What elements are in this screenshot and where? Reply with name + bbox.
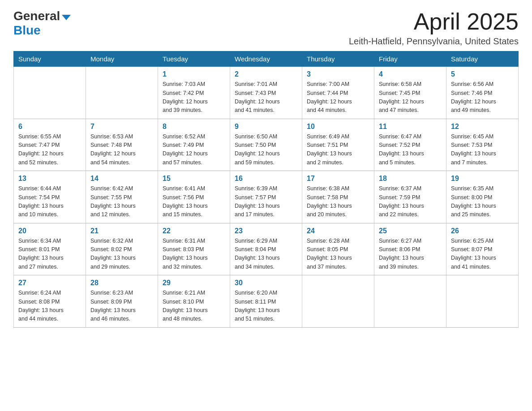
day-number: 10 (307, 123, 369, 131)
day-info: Sunrise: 6:53 AM Sunset: 7:48 PM Dayligh… (90, 133, 153, 167)
day-info: Sunrise: 6:24 AM Sunset: 8:08 PM Dayligh… (18, 289, 81, 324)
calendar-cell: 8Sunrise: 6:52 AM Sunset: 7:49 PM Daylig… (158, 119, 230, 171)
calendar-cell: 23Sunrise: 6:29 AM Sunset: 8:04 PM Dayli… (230, 223, 302, 275)
weekday-header-monday: Monday (86, 51, 158, 67)
day-number: 13 (18, 175, 81, 183)
day-info: Sunrise: 7:01 AM Sunset: 7:43 PM Dayligh… (235, 80, 297, 115)
calendar-cell: 6Sunrise: 6:55 AM Sunset: 7:47 PM Daylig… (14, 119, 86, 171)
day-number: 22 (163, 227, 225, 235)
day-number: 15 (163, 175, 225, 183)
day-info: Sunrise: 7:00 AM Sunset: 7:44 PM Dayligh… (307, 80, 369, 115)
calendar-cell: 1Sunrise: 7:03 AM Sunset: 7:42 PM Daylig… (158, 67, 230, 119)
day-info: Sunrise: 6:25 AM Sunset: 8:07 PM Dayligh… (451, 237, 514, 272)
calendar-cell: 3Sunrise: 7:00 AM Sunset: 7:44 PM Daylig… (302, 67, 374, 119)
logo-arrow-icon (62, 15, 71, 20)
day-number: 11 (379, 123, 442, 131)
calendar-week-row: 13Sunrise: 6:44 AM Sunset: 7:54 PM Dayli… (14, 171, 519, 223)
day-info: Sunrise: 6:49 AM Sunset: 7:51 PM Dayligh… (307, 133, 369, 167)
calendar-cell: 25Sunrise: 6:27 AM Sunset: 8:06 PM Dayli… (374, 223, 446, 275)
day-number: 21 (90, 227, 153, 235)
calendar-cell: 30Sunrise: 6:20 AM Sunset: 8:11 PM Dayli… (230, 275, 302, 328)
day-number: 29 (163, 279, 225, 287)
day-info: Sunrise: 6:21 AM Sunset: 8:10 PM Dayligh… (163, 289, 225, 324)
calendar-cell (14, 67, 86, 119)
day-info: Sunrise: 6:29 AM Sunset: 8:04 PM Dayligh… (235, 237, 297, 272)
calendar-cell: 12Sunrise: 6:45 AM Sunset: 7:53 PM Dayli… (446, 119, 519, 171)
weekday-header-saturday: Saturday (446, 51, 519, 67)
calendar-cell: 7Sunrise: 6:53 AM Sunset: 7:48 PM Daylig… (86, 119, 158, 171)
calendar-cell: 11Sunrise: 6:47 AM Sunset: 7:52 PM Dayli… (374, 119, 446, 171)
day-number: 19 (451, 175, 514, 183)
day-number: 2 (235, 70, 297, 78)
calendar-cell: 16Sunrise: 6:39 AM Sunset: 7:57 PM Dayli… (230, 171, 302, 223)
calendar-week-row: 6Sunrise: 6:55 AM Sunset: 7:47 PM Daylig… (14, 119, 519, 171)
day-number: 28 (90, 279, 153, 287)
day-info: Sunrise: 6:55 AM Sunset: 7:47 PM Dayligh… (18, 133, 81, 167)
day-number: 24 (307, 227, 369, 235)
day-info: Sunrise: 6:23 AM Sunset: 8:09 PM Dayligh… (90, 289, 153, 324)
day-number: 6 (18, 123, 81, 131)
day-info: Sunrise: 6:27 AM Sunset: 8:06 PM Dayligh… (379, 237, 442, 272)
day-info: Sunrise: 6:56 AM Sunset: 7:46 PM Dayligh… (451, 80, 514, 115)
calendar-cell (86, 67, 158, 119)
logo-blue-text: Blue (13, 23, 41, 37)
calendar-week-row: 1Sunrise: 7:03 AM Sunset: 7:42 PM Daylig… (14, 67, 519, 119)
calendar-cell: 21Sunrise: 6:32 AM Sunset: 8:02 PM Dayli… (86, 223, 158, 275)
day-number: 16 (235, 175, 297, 183)
day-number: 14 (90, 175, 153, 183)
day-number: 8 (163, 123, 225, 131)
day-info: Sunrise: 6:20 AM Sunset: 8:11 PM Dayligh… (235, 289, 297, 324)
day-number: 9 (235, 123, 297, 131)
weekday-header-wednesday: Wednesday (230, 51, 302, 67)
day-info: Sunrise: 6:35 AM Sunset: 8:00 PM Dayligh… (451, 184, 514, 219)
calendar-cell: 5Sunrise: 6:56 AM Sunset: 7:46 PM Daylig… (446, 67, 519, 119)
calendar-cell: 19Sunrise: 6:35 AM Sunset: 8:00 PM Dayli… (446, 171, 519, 223)
calendar-cell: 10Sunrise: 6:49 AM Sunset: 7:51 PM Dayli… (302, 119, 374, 171)
day-info: Sunrise: 6:45 AM Sunset: 7:53 PM Dayligh… (451, 133, 514, 167)
weekday-header-sunday: Sunday (14, 51, 86, 67)
day-info: Sunrise: 6:50 AM Sunset: 7:50 PM Dayligh… (235, 133, 297, 167)
calendar-cell (374, 275, 446, 328)
calendar-cell: 18Sunrise: 6:37 AM Sunset: 7:59 PM Dayli… (374, 171, 446, 223)
calendar-cell: 14Sunrise: 6:42 AM Sunset: 7:55 PM Dayli… (86, 171, 158, 223)
location-title: Leith-Hatfield, Pennsylvania, United Sta… (349, 36, 519, 47)
day-number: 17 (307, 175, 369, 183)
month-title: April 2025 (349, 9, 519, 34)
calendar-header-row: SundayMondayTuesdayWednesdayThursdayFrid… (14, 51, 519, 67)
weekday-header-friday: Friday (374, 51, 446, 67)
day-number: 25 (379, 227, 442, 235)
day-info: Sunrise: 6:34 AM Sunset: 8:01 PM Dayligh… (18, 237, 81, 272)
calendar-cell: 4Sunrise: 6:58 AM Sunset: 7:45 PM Daylig… (374, 67, 446, 119)
title-section: April 2025 Leith-Hatfield, Pennsylvania,… (349, 9, 519, 47)
day-number: 18 (379, 175, 442, 183)
day-info: Sunrise: 6:44 AM Sunset: 7:54 PM Dayligh… (18, 184, 81, 219)
calendar-cell: 29Sunrise: 6:21 AM Sunset: 8:10 PM Dayli… (158, 275, 230, 328)
calendar-cell: 9Sunrise: 6:50 AM Sunset: 7:50 PM Daylig… (230, 119, 302, 171)
calendar-week-row: 20Sunrise: 6:34 AM Sunset: 8:01 PM Dayli… (14, 223, 519, 275)
day-info: Sunrise: 6:37 AM Sunset: 7:59 PM Dayligh… (379, 184, 442, 219)
calendar-cell: 27Sunrise: 6:24 AM Sunset: 8:08 PM Dayli… (14, 275, 86, 328)
day-number: 26 (451, 227, 514, 235)
calendar-cell: 24Sunrise: 6:28 AM Sunset: 8:05 PM Dayli… (302, 223, 374, 275)
day-info: Sunrise: 6:28 AM Sunset: 8:05 PM Dayligh… (307, 237, 369, 272)
day-number: 3 (307, 70, 369, 78)
logo-general-text: General (13, 9, 60, 23)
day-info: Sunrise: 6:52 AM Sunset: 7:49 PM Dayligh… (163, 133, 225, 167)
day-info: Sunrise: 6:47 AM Sunset: 7:52 PM Dayligh… (379, 133, 442, 167)
day-info: Sunrise: 6:38 AM Sunset: 7:58 PM Dayligh… (307, 184, 369, 219)
calendar-cell (302, 275, 374, 328)
logo: General Blue (13, 9, 71, 38)
day-number: 27 (18, 279, 81, 287)
day-info: Sunrise: 6:32 AM Sunset: 8:02 PM Dayligh… (90, 237, 153, 272)
day-info: Sunrise: 6:42 AM Sunset: 7:55 PM Dayligh… (90, 184, 153, 219)
day-number: 23 (235, 227, 297, 235)
day-number: 4 (379, 70, 442, 78)
day-info: Sunrise: 6:31 AM Sunset: 8:03 PM Dayligh… (163, 237, 225, 272)
day-number: 20 (18, 227, 81, 235)
weekday-header-tuesday: Tuesday (158, 51, 230, 67)
page-header: General Blue April 2025 Leith-Hatfield, … (13, 9, 519, 47)
calendar-week-row: 27Sunrise: 6:24 AM Sunset: 8:08 PM Dayli… (14, 275, 519, 328)
calendar-cell (446, 275, 519, 328)
day-info: Sunrise: 6:58 AM Sunset: 7:45 PM Dayligh… (379, 80, 442, 115)
calendar-cell: 17Sunrise: 6:38 AM Sunset: 7:58 PM Dayli… (302, 171, 374, 223)
